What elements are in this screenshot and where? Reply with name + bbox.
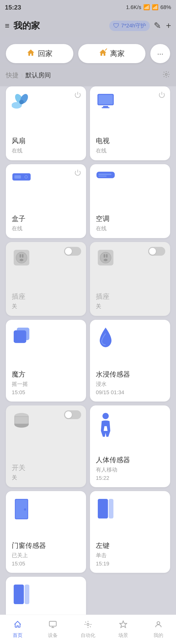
device-status-door: 已关上 (12, 552, 80, 559)
device-status-tv: 在线 (96, 147, 164, 154)
device-card-tv[interactable]: 电视 在线 (90, 86, 170, 160)
device-name-switch: 开关 (12, 463, 80, 472)
device-icon-door (12, 497, 31, 516)
device-icon-switch (12, 411, 31, 431)
device-card-door[interactable]: 门窗传感器 已关上 15:05 (6, 491, 86, 573)
svg-rect-25 (22, 254, 23, 258)
svg-point-7 (19, 100, 24, 104)
device-card-box[interactable]: 盒子 在线 (6, 164, 86, 238)
room-settings-icon[interactable] (162, 70, 170, 80)
svg-rect-30 (106, 254, 108, 258)
device-name-motion: 人体传感器 (96, 455, 164, 465)
nav-icon-automation (84, 620, 92, 630)
section-divider: | (21, 73, 22, 78)
svg-point-3 (165, 74, 167, 75)
status-icons: 1.6K/s 📶 📶 68% (126, 4, 171, 10)
quick-label: 快捷 (6, 71, 18, 80)
device-time-cube: 15:05 (12, 389, 80, 396)
device-card-leftkey[interactable]: 左键 单击 15:19 (90, 491, 170, 573)
device-icon-fan (12, 92, 31, 112)
svg-rect-48 (49, 621, 56, 626)
svg-rect-12 (102, 107, 110, 108)
device-name-water: 水浸传感器 (96, 370, 164, 379)
svg-point-23 (16, 252, 27, 263)
device-card-fan[interactable]: 风扇 在线 (6, 86, 86, 160)
svg-point-39 (102, 413, 109, 419)
more-scenes-button[interactable]: ··· (150, 44, 170, 63)
device-status-fan: 在线 (12, 147, 80, 154)
device-icon-cube (12, 326, 31, 345)
nav-label-scenes: 场景 (118, 632, 128, 638)
status-time: 15:23 (5, 4, 21, 11)
nav-label-home: 首页 (13, 632, 22, 638)
nav-label-profile: 我的 (154, 632, 163, 638)
device-status-motion: 有人移动 (96, 466, 164, 474)
section-header: 快捷 | 默认房间 (0, 68, 176, 84)
device-card-socket2[interactable]: 插座 关 (90, 242, 170, 316)
svg-rect-11 (103, 106, 108, 107)
toggle-socket1[interactable] (64, 247, 81, 257)
svg-rect-24 (19, 254, 21, 258)
toggle-socket2[interactable] (148, 247, 165, 257)
nav-icon-profile (154, 620, 163, 630)
svg-point-31 (104, 259, 108, 261)
device-name-leftkey: 左键 (96, 541, 164, 550)
device-time-leftkey: 15:19 (96, 560, 164, 567)
device-name-ac: 空调 (96, 214, 164, 224)
device-card-water[interactable]: 水浸传感器 浸水 09/15 01:34 (90, 320, 170, 402)
svg-rect-45 (109, 499, 113, 518)
device-card-motion[interactable]: 人体传感器 有人移动 15:22 (90, 406, 170, 487)
nav-label-automation: 自动化 (81, 632, 95, 638)
svg-rect-15 (14, 175, 21, 178)
svg-rect-29 (104, 254, 105, 258)
device-status-socket1: 关 (12, 303, 80, 310)
device-icon-box (12, 170, 31, 190)
scene-row: 回家 离家 ··· (0, 37, 176, 68)
nav-item-profile[interactable]: 我的 (141, 620, 176, 638)
device-time-motion: 15:22 (96, 475, 164, 481)
edit-icon[interactable]: ✎ (154, 20, 161, 31)
device-icon-rightkey (12, 582, 31, 602)
away-scene-button[interactable]: 离家 (78, 44, 146, 63)
more-icon: ··· (157, 50, 163, 58)
home-scene-button[interactable]: 回家 (6, 44, 73, 63)
power-button-box[interactable] (74, 169, 81, 178)
home-scene-label: 回家 (38, 49, 53, 59)
bottom-nav: 首页 设备 自动化 场景 我的 (0, 615, 176, 644)
device-status-cube: 摇一摇 (12, 380, 80, 388)
nav-item-scenes[interactable]: 场景 (106, 620, 141, 638)
status-bar: 15:23 1.6K/s 📶 📶 68% (0, 0, 176, 15)
guard-badge[interactable]: 🛡 7*24h守护 (109, 20, 150, 31)
device-card-switch[interactable]: 开关 关 (6, 406, 86, 487)
device-name-tv: 电视 (96, 136, 164, 146)
home-scene-icon (27, 48, 35, 59)
device-card-socket1[interactable]: 插座 关 (6, 242, 86, 316)
svg-point-17 (25, 176, 27, 178)
device-name-socket1: 插座 (12, 292, 80, 301)
device-icon-socket2 (96, 248, 115, 268)
guard-label: 7*24h守护 (121, 22, 146, 29)
nav-item-devices[interactable]: 设备 (35, 620, 70, 638)
shield-icon: 🛡 (113, 22, 120, 30)
power-button-fan[interactable] (74, 91, 81, 100)
bluetooth-icon: 📶 (143, 4, 150, 10)
nav-item-home[interactable]: 首页 (0, 620, 35, 638)
toggle-switch[interactable] (64, 410, 81, 420)
menu-icon[interactable]: ≡ (5, 21, 9, 30)
device-name-cube: 魔方 (12, 370, 80, 379)
svg-point-28 (100, 252, 111, 263)
device-name-box: 盒子 (12, 214, 80, 224)
device-grid: 风扇 在线 电视 在线 (0, 86, 176, 644)
nav-item-automation[interactable]: 自动化 (70, 620, 106, 638)
top-nav-actions: ✎ + (154, 20, 171, 31)
device-status-socket2: 关 (96, 303, 164, 310)
power-button-tv[interactable] (158, 91, 165, 100)
device-status-ac: 在线 (96, 225, 164, 232)
device-card-cube[interactable]: 魔方 摇一摇 15:05 (6, 320, 86, 402)
battery-icon: 68% (160, 4, 171, 10)
device-status-water: 浸水 (96, 380, 164, 388)
device-status-switch: 关 (12, 474, 80, 481)
device-card-ac[interactable]: 空调 在线 (90, 164, 170, 238)
device-status-leftkey: 单击 (96, 552, 164, 559)
add-icon[interactable]: + (166, 20, 171, 31)
